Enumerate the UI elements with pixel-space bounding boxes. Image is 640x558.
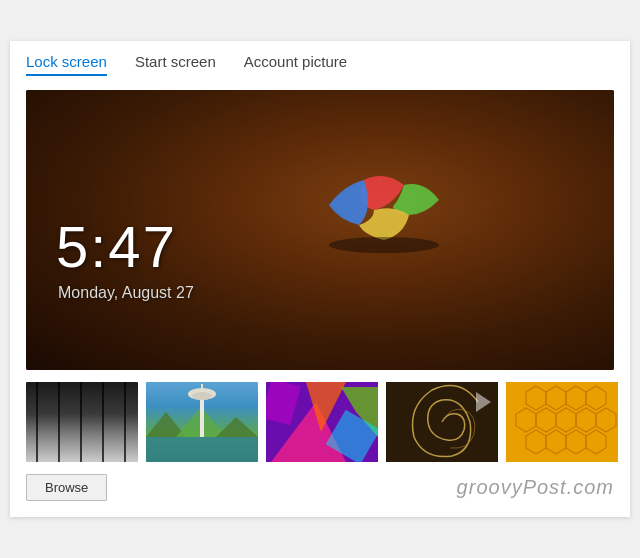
lock-screen-preview: 5:47 Monday, August 27 [26,90,614,370]
tab-account-picture[interactable]: Account picture [244,53,347,76]
thumbnail-honeycomb[interactable] [506,382,618,462]
browse-button[interactable]: Browse [26,474,107,501]
thumbnail-piano[interactable] [26,382,138,462]
lock-time: 5:47 [56,213,177,280]
thumbnail-nautilus[interactable] [386,382,498,462]
lock-date: Monday, August 27 [58,284,194,302]
thumbnail-strip [26,382,614,462]
svg-point-8 [192,392,212,400]
tab-lock-screen[interactable]: Lock screen [26,53,107,76]
svg-point-0 [329,237,439,253]
svg-rect-5 [146,437,258,462]
thumbnail-needle[interactable] [146,382,258,462]
svg-marker-13 [341,387,378,437]
tab-bar: Lock screen Start screen Account picture [26,53,614,76]
tab-start-screen[interactable]: Start screen [135,53,216,76]
settings-panel: Lock screen Start screen Account picture [10,41,630,517]
windows-logo [274,150,454,290]
watermark: groovyPost.com [457,476,614,499]
bottom-row: Browse groovyPost.com [26,474,614,501]
thumbnail-geometric[interactable] [266,382,378,462]
